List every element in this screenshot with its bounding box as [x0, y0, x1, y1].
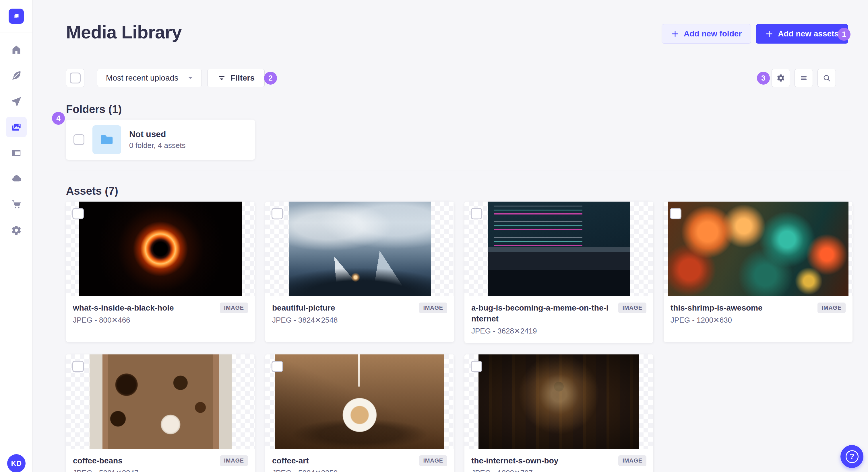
assets-row-1: what-s-inside-a-black-hole JPEG - 800✕46…	[66, 202, 852, 343]
asset-checkbox[interactable]	[72, 361, 84, 372]
asset-meta: JPEG - 3628✕2419	[471, 327, 646, 336]
filter-icon	[217, 74, 226, 82]
add-new-folder-label: Add new folder	[684, 29, 742, 38]
asset-footer: the-internet-s-own-boy JPEG - 1200✕707 I…	[464, 449, 653, 472]
folders-section-title: Folders (1)	[66, 103, 122, 115]
sidebar-item-media-library[interactable]	[6, 117, 27, 137]
sidebar-item-settings[interactable]	[6, 220, 27, 241]
asset-thumbnail	[90, 355, 231, 449]
select-all-checkbox[interactable]	[70, 72, 81, 83]
plus-icon	[671, 30, 679, 38]
add-new-folder-button[interactable]: Add new folder	[662, 24, 751, 43]
toolbar: Most recent uploads Filters	[66, 69, 265, 87]
asset-thumbnail	[275, 355, 444, 449]
layout-icon	[11, 147, 22, 158]
sidebar-item-layout[interactable]	[6, 142, 27, 163]
asset-card[interactable]: coffee-beans JPEG - 5021✕3347 IMAGE	[66, 355, 255, 472]
plus-icon	[765, 30, 773, 38]
folder-checkbox[interactable]	[73, 134, 84, 145]
asset-thumbnail	[488, 202, 630, 296]
folder-tile	[92, 125, 121, 154]
asset-card[interactable]: beautiful-picture JPEG - 3824✕2548 IMAGE	[265, 202, 454, 342]
asset-type-badge: IMAGE	[419, 456, 447, 466]
asset-card[interactable]: a-bug-is-becoming-a-meme-on-the-internet…	[464, 202, 653, 343]
avatar-initials: KD	[11, 460, 22, 468]
asset-footer: coffee-art JPEG - 5824✕3259 IMAGE	[265, 449, 454, 472]
asset-card[interactable]: the-internet-s-own-boy JPEG - 1200✕707 I…	[464, 355, 653, 472]
asset-footer: a-bug-is-becoming-a-meme-on-the-internet…	[464, 296, 653, 343]
cog-icon	[776, 74, 785, 82]
sort-select[interactable]: Most recent uploads	[97, 69, 202, 87]
asset-thumbnail	[289, 202, 431, 296]
asset-type-badge: IMAGE	[817, 303, 846, 313]
asset-thumbnail-area	[265, 355, 454, 449]
search-icon	[823, 74, 831, 82]
sidebar-item-home[interactable]	[6, 39, 27, 60]
configure-view-button[interactable]	[772, 69, 790, 87]
asset-footer: beautiful-picture JPEG - 3824✕2548 IMAGE	[265, 296, 454, 342]
sidebar-nav	[0, 39, 32, 241]
asset-meta: JPEG - 5021✕3347	[73, 469, 248, 472]
annotation-badge-4: 4	[52, 112, 65, 125]
select-all-button[interactable]	[66, 69, 84, 87]
folder-name: Not used	[129, 129, 186, 139]
help-button[interactable]: ?	[840, 445, 863, 468]
asset-type-badge: IMAGE	[618, 303, 646, 313]
add-new-assets-button[interactable]: Add new assets	[756, 24, 848, 43]
asset-thumbnail-area	[663, 202, 852, 296]
asset-checkbox[interactable]	[670, 208, 681, 220]
folder-info: Not used 0 folder, 4 assets	[129, 129, 186, 150]
gear-icon	[11, 225, 22, 236]
question-mark-icon: ?	[846, 450, 859, 463]
list-icon	[799, 74, 808, 82]
asset-footer: this-shrimp-is-awesome JPEG - 1200✕630 I…	[663, 296, 852, 342]
header-actions: Add new folder Add new assets	[662, 24, 848, 43]
asset-thumbnail-area	[464, 355, 653, 449]
assets-section-title: Assets (7)	[66, 185, 118, 197]
asset-card[interactable]: coffee-art JPEG - 5824✕3259 IMAGE	[265, 355, 454, 472]
sidebar-item-cloud[interactable]	[6, 168, 27, 189]
sidebar-divider	[0, 32, 32, 32]
asset-card[interactable]: what-s-inside-a-black-hole JPEG - 800✕46…	[66, 202, 255, 342]
asset-thumbnail	[79, 202, 242, 296]
folder-meta: 0 folder, 4 assets	[129, 141, 186, 150]
asset-thumbnail-area	[464, 202, 653, 296]
media-library-icon	[11, 121, 22, 133]
strapi-logo-icon	[12, 12, 21, 21]
asset-thumbnail	[668, 202, 848, 296]
home-icon	[11, 44, 22, 55]
asset-footer: what-s-inside-a-black-hole JPEG - 800✕46…	[66, 296, 255, 342]
strapi-logo[interactable]	[9, 9, 24, 24]
asset-thumbnail-area	[265, 202, 454, 296]
filters-button[interactable]: Filters	[207, 69, 265, 87]
asset-meta: JPEG - 3824✕2548	[272, 316, 447, 325]
cloud-icon	[11, 173, 22, 184]
folder-icon	[99, 132, 115, 147]
section-divider	[66, 171, 851, 171]
user-avatar[interactable]: KD	[7, 454, 26, 472]
asset-meta: JPEG - 800✕466	[73, 316, 248, 325]
asset-checkbox[interactable]	[72, 208, 84, 220]
sort-selected-value: Most recent uploads	[106, 73, 178, 82]
feather-icon	[11, 70, 22, 81]
annotation-badge-2: 2	[264, 72, 277, 85]
asset-checkbox[interactable]	[471, 361, 482, 372]
asset-thumbnail-area	[66, 355, 255, 449]
asset-checkbox[interactable]	[272, 361, 283, 372]
asset-checkbox[interactable]	[272, 208, 283, 220]
add-new-assets-label: Add new assets	[778, 29, 839, 38]
annotation-badge-3: 3	[757, 72, 770, 85]
sidebar-item-content-manager[interactable]	[6, 65, 27, 86]
sidebar-item-content-type-builder[interactable]	[6, 91, 27, 111]
paper-plane-icon	[11, 96, 22, 107]
sidebar: KD	[0, 0, 33, 472]
asset-meta: JPEG - 1200✕707	[471, 469, 646, 472]
sidebar-item-marketplace[interactable]	[6, 194, 27, 215]
filters-label: Filters	[230, 73, 255, 82]
list-view-button[interactable]	[795, 69, 813, 87]
asset-type-badge: IMAGE	[220, 303, 248, 313]
asset-checkbox[interactable]	[471, 208, 482, 220]
asset-card[interactable]: this-shrimp-is-awesome JPEG - 1200✕630 I…	[663, 202, 852, 342]
search-button[interactable]	[817, 69, 836, 87]
folder-card[interactable]: Not used 0 folder, 4 assets	[66, 120, 255, 160]
